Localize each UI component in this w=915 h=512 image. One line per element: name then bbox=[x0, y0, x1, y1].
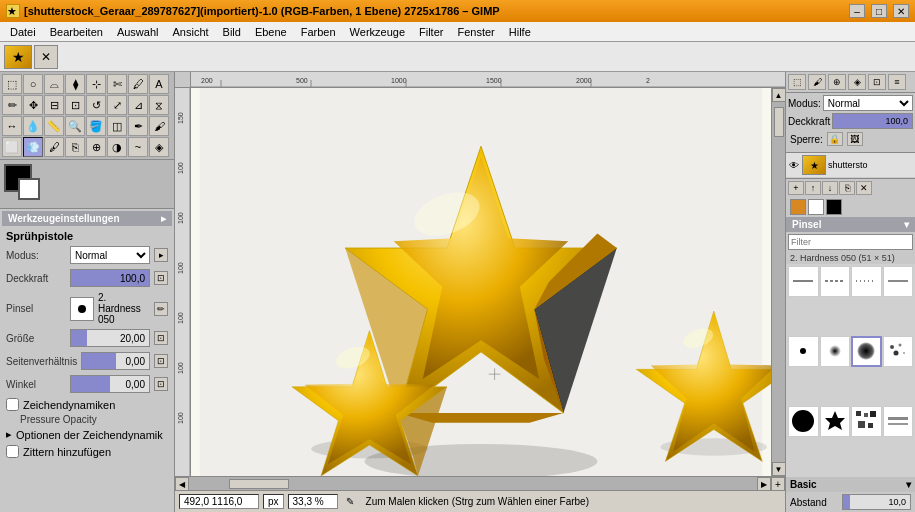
tool-align[interactable]: ⊟ bbox=[44, 95, 64, 115]
tool-rect-select[interactable]: ⬚ bbox=[2, 74, 22, 94]
star-tool-button[interactable]: ★ bbox=[4, 45, 32, 69]
tool-color-picker[interactable]: 💧 bbox=[23, 116, 43, 136]
menu-item-hilfe[interactable]: Hilfe bbox=[503, 25, 537, 39]
tool-zoom[interactable]: 🔍 bbox=[65, 116, 85, 136]
tool-crop[interactable]: ⊡ bbox=[65, 95, 85, 115]
brush-cell-11[interactable] bbox=[851, 406, 882, 437]
menu-item-bearbeiten[interactable]: Bearbeiten bbox=[44, 25, 109, 39]
tool-scissors[interactable]: ✄ bbox=[107, 74, 127, 94]
right-tool-6[interactable]: ≡ bbox=[888, 74, 906, 90]
scroll-thumb-vertical[interactable] bbox=[774, 107, 784, 137]
color-patch-white[interactable] bbox=[808, 199, 824, 215]
brushes-panel-expand[interactable]: ▾ bbox=[904, 219, 909, 230]
layers-modus-select[interactable]: Normal bbox=[823, 95, 913, 111]
brush-cell-8[interactable] bbox=[883, 336, 914, 367]
zittern-checkbox[interactable] bbox=[6, 445, 19, 458]
tool-move[interactable]: ✥ bbox=[23, 95, 43, 115]
modus-select[interactable]: Normal bbox=[70, 246, 150, 264]
zeichendynamiken-checkbox[interactable] bbox=[6, 398, 19, 411]
right-tool-5[interactable]: ⊡ bbox=[868, 74, 886, 90]
tool-fuzzy-select[interactable]: ⧫ bbox=[65, 74, 85, 94]
scroll-thumb-horizontal[interactable] bbox=[229, 479, 289, 489]
brush-cell-1[interactable] bbox=[788, 266, 819, 297]
tool-free-select[interactable]: ⌓ bbox=[44, 74, 64, 94]
horizontal-scrollbar[interactable]: ◀ ▶ + bbox=[175, 476, 785, 490]
abstand-slider[interactable]: 10,0 bbox=[842, 494, 911, 510]
sperre-lock-button[interactable]: 🔒 bbox=[827, 132, 843, 146]
menu-item-fenster[interactable]: Fenster bbox=[451, 25, 500, 39]
pinsel-preview[interactable] bbox=[70, 297, 94, 321]
grosse-slider[interactable]: 20,00 bbox=[70, 329, 150, 347]
brush-cell-6[interactable] bbox=[820, 336, 851, 367]
layer-duplicate-button[interactable]: ⎘ bbox=[839, 181, 855, 195]
tool-measure[interactable]: 📏 bbox=[44, 116, 64, 136]
pinsel-edit-button[interactable]: ✏ bbox=[154, 302, 168, 316]
right-tool-4[interactable]: ◈ bbox=[848, 74, 866, 90]
winkel-slider[interactable]: 0,00 bbox=[70, 375, 150, 393]
tool-bucket[interactable]: 🪣 bbox=[86, 116, 106, 136]
menu-item-ansicht[interactable]: Ansicht bbox=[166, 25, 214, 39]
maximize-button[interactable]: □ bbox=[871, 4, 887, 18]
tool-rotate[interactable]: ↺ bbox=[86, 95, 106, 115]
color-patch-black[interactable] bbox=[826, 199, 842, 215]
deckkraft-slider[interactable]: 100,0 bbox=[70, 269, 150, 287]
tool-pencil[interactable]: ✒ bbox=[128, 116, 148, 136]
tool-heal[interactable]: ⊕ bbox=[86, 137, 106, 157]
layer-down-button[interactable]: ↓ bbox=[822, 181, 838, 195]
brush-filter-input[interactable] bbox=[788, 234, 913, 250]
tool-paint[interactable]: ✏ bbox=[2, 95, 22, 115]
tool-scale[interactable]: ⤢ bbox=[107, 95, 127, 115]
tool-ink[interactable]: 🖋 bbox=[44, 137, 64, 157]
basic-expand-icon[interactable]: ▾ bbox=[906, 479, 911, 490]
brush-cell-10[interactable] bbox=[820, 406, 851, 437]
seitenverh-slider[interactable]: 0,00 bbox=[81, 352, 150, 370]
brush-cell-4[interactable] bbox=[883, 266, 914, 297]
panel-collapse-icon[interactable]: ▸ bbox=[161, 213, 166, 224]
canvas-viewport[interactable] bbox=[191, 88, 771, 476]
tool-ellipse-select[interactable]: ○ bbox=[23, 74, 43, 94]
tool-paths[interactable]: 🖊 bbox=[128, 74, 148, 94]
optionen-expand[interactable]: ▸ bbox=[6, 428, 12, 441]
tool-text[interactable]: A bbox=[149, 74, 169, 94]
layers-opacity-slider[interactable]: 100,0 bbox=[832, 113, 913, 129]
grosse-icon[interactable]: ⊡ bbox=[154, 331, 168, 345]
tool-sharpen[interactable]: ◈ bbox=[149, 137, 169, 157]
minimize-button[interactable]: – bbox=[849, 4, 865, 18]
menu-item-auswahl[interactable]: Auswahl bbox=[111, 25, 165, 39]
winkel-icon[interactable]: ⊡ bbox=[154, 377, 168, 391]
menu-item-datei[interactable]: Datei bbox=[4, 25, 42, 39]
scroll-up-button[interactable]: ▲ bbox=[772, 88, 786, 102]
color-patch-orange[interactable] bbox=[790, 199, 806, 215]
tool-select-color[interactable]: ⊹ bbox=[86, 74, 106, 94]
menu-item-ebene[interactable]: Ebene bbox=[249, 25, 293, 39]
scroll-left-button[interactable]: ◀ bbox=[175, 477, 189, 491]
foreground-background-colors[interactable] bbox=[4, 164, 44, 204]
tool-perspective[interactable]: ⧖ bbox=[149, 95, 169, 115]
tool-paintbrush[interactable]: 🖌 bbox=[149, 116, 169, 136]
brush-cell-2[interactable] bbox=[820, 266, 851, 297]
menu-item-farben[interactable]: Farben bbox=[295, 25, 342, 39]
seitenverh-icon[interactable]: ⊡ bbox=[154, 354, 168, 368]
right-tool-2[interactable]: 🖌 bbox=[808, 74, 826, 90]
close-button[interactable]: ✕ bbox=[893, 4, 909, 18]
menu-item-werkzeuge[interactable]: Werkzeuge bbox=[344, 25, 411, 39]
tool-clone[interactable]: ⎘ bbox=[65, 137, 85, 157]
tool-blend[interactable]: ◫ bbox=[107, 116, 127, 136]
tool-shear[interactable]: ⊿ bbox=[128, 95, 148, 115]
layer-item[interactable]: 👁 ★ shuttersto bbox=[786, 153, 915, 178]
vertical-scrollbar[interactable]: ▲ ▼ bbox=[771, 88, 785, 476]
layer-new-button[interactable]: + bbox=[788, 181, 804, 195]
brush-cell-7-selected[interactable] bbox=[851, 336, 882, 367]
background-color[interactable] bbox=[18, 178, 40, 200]
tool-eraser[interactable]: ⬜ bbox=[2, 137, 22, 157]
layer-visibility-icon[interactable]: 👁 bbox=[788, 159, 800, 171]
right-tool-1[interactable]: ⬚ bbox=[788, 74, 806, 90]
tool-smudge[interactable]: ~ bbox=[128, 137, 148, 157]
scroll-down-button[interactable]: ▼ bbox=[772, 462, 786, 476]
modus-expand-icon[interactable]: ▸ bbox=[154, 248, 168, 262]
deckkraft-icon[interactable]: ⊡ bbox=[154, 271, 168, 285]
tool-flip[interactable]: ↔ bbox=[2, 116, 22, 136]
toolbar-close-button[interactable]: ✕ bbox=[34, 45, 58, 69]
brush-cell-3[interactable] bbox=[851, 266, 882, 297]
right-tool-3[interactable]: ⊕ bbox=[828, 74, 846, 90]
